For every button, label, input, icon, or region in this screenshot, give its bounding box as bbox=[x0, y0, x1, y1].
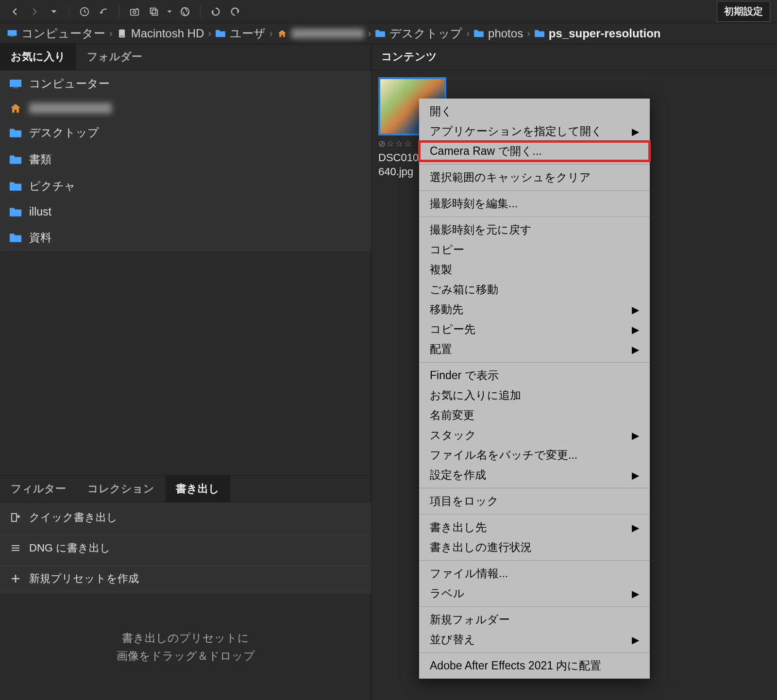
menu-item[interactable]: ごみ箱に移動 bbox=[419, 280, 650, 300]
menu-item[interactable]: 開く bbox=[419, 101, 650, 121]
svg-rect-7 bbox=[152, 10, 157, 15]
tab-export[interactable]: 書き出し bbox=[165, 476, 230, 502]
sidebar-item[interactable]: ピクチャ bbox=[0, 173, 371, 200]
chevron-right-icon: ▶ bbox=[632, 430, 639, 441]
dng-export-item[interactable]: DNG に書き出し bbox=[0, 533, 371, 564]
menu-item[interactable]: 配置▶ bbox=[419, 339, 650, 359]
menu-item-label: 配置 bbox=[430, 342, 452, 357]
sidebar-item[interactable]: 書類 bbox=[0, 146, 371, 173]
breadcrumb-item[interactable]: Macintosh HD bbox=[117, 27, 204, 40]
reset-button[interactable]: 初期設定 bbox=[717, 1, 770, 22]
menu-item[interactable]: 選択範囲のキャッシュをクリア bbox=[419, 167, 650, 187]
quick-export-label: クイック書き出し bbox=[29, 510, 118, 525]
menu-item[interactable]: 書き出し先▶ bbox=[419, 517, 650, 537]
forward-button[interactable] bbox=[26, 3, 43, 20]
blurred-text bbox=[291, 29, 364, 38]
menu-item-label: Camera Raw で開く... bbox=[430, 144, 542, 159]
menu-item[interactable]: 名前変更 bbox=[419, 405, 650, 425]
breadcrumb-item[interactable]: photos bbox=[473, 27, 523, 40]
sidebar-item[interactable]: コンピューター bbox=[0, 70, 371, 97]
tab-filter[interactable]: フィルター bbox=[0, 476, 77, 502]
camera-plus-icon[interactable] bbox=[126, 3, 143, 20]
undo-icon[interactable] bbox=[207, 3, 224, 20]
context-menu: 開くアプリケーションを指定して開く▶Camera Raw で開く...選択範囲の… bbox=[419, 99, 650, 679]
menu-group: 項目をロック bbox=[419, 488, 650, 515]
menu-item-label: 撮影時刻を元に戻す bbox=[430, 222, 532, 237]
chevron-right-icon: › bbox=[208, 28, 211, 39]
menu-item[interactable]: スタック▶ bbox=[419, 425, 650, 445]
chevron-right-icon: › bbox=[368, 28, 372, 39]
menu-item-label: 書き出し先 bbox=[430, 520, 487, 535]
menu-item[interactable]: 書き出しの進行状況 bbox=[419, 537, 650, 557]
menu-item[interactable]: 撮影時刻を元に戻す bbox=[419, 220, 650, 240]
menu-item[interactable]: 撮影時刻を編集... bbox=[419, 194, 650, 214]
menu-group: 撮影時刻を編集... bbox=[419, 191, 650, 217]
history-icon[interactable] bbox=[76, 3, 93, 20]
new-preset-item[interactable]: 新規プリセットを作成 bbox=[0, 564, 371, 594]
sidebar-item-label: コンピューター bbox=[29, 76, 110, 91]
menu-item[interactable]: Finder で表示 bbox=[419, 366, 650, 385]
menu-item[interactable]: ラベル▶ bbox=[419, 583, 650, 603]
aperture-icon[interactable] bbox=[177, 3, 193, 20]
menu-item[interactable]: Camera Raw で開く... bbox=[419, 141, 650, 161]
menu-item-label: 並び替え bbox=[430, 632, 475, 647]
breadcrumb-item[interactable]: デスクトップ bbox=[375, 26, 462, 41]
home-icon bbox=[9, 103, 22, 114]
menu-item[interactable]: 移動先▶ bbox=[419, 300, 650, 319]
home-icon bbox=[277, 29, 287, 38]
menu-group: 選択範囲のキャッシュをクリア bbox=[419, 165, 650, 191]
quick-export-item[interactable]: クイック書き出し bbox=[0, 502, 371, 533]
export-placeholder: 書き出しのプリセットに 画像をドラッグ＆ドロップ bbox=[0, 594, 371, 700]
menu-item[interactable]: お気に入りに追加 bbox=[419, 385, 650, 405]
sidebar-item[interactable]: デスクトップ bbox=[0, 119, 371, 146]
sidebar-item[interactable] bbox=[0, 97, 371, 119]
menu-item[interactable]: 複製 bbox=[419, 260, 650, 280]
tab-collection[interactable]: コレクション bbox=[77, 476, 165, 502]
menu-item-label: コピー bbox=[430, 242, 464, 257]
menu-item[interactable]: ファイル名をバッチで変更... bbox=[419, 445, 650, 465]
reject-icon[interactable]: ⊘ bbox=[378, 138, 386, 149]
menu-item[interactable]: Adobe After Effects 2021 内に配置 bbox=[419, 656, 650, 676]
menu-item[interactable]: アプリケーションを指定して開く▶ bbox=[419, 121, 650, 141]
menu-item-label: ごみ箱に移動 bbox=[430, 282, 498, 297]
folder-icon bbox=[9, 154, 22, 165]
menu-item[interactable]: 設定を作成▶ bbox=[419, 465, 650, 485]
back-button[interactable] bbox=[7, 3, 23, 20]
menu-item-label: 設定を作成 bbox=[430, 467, 486, 483]
menu-item-label: 移動先 bbox=[430, 302, 463, 317]
computer-icon bbox=[9, 79, 22, 89]
svg-rect-6 bbox=[151, 8, 156, 13]
menu-item-label: コピー先 bbox=[430, 322, 475, 337]
menu-item[interactable]: 新規フォルダー bbox=[419, 610, 650, 630]
dropdown-icon-2[interactable] bbox=[165, 3, 174, 20]
menu-item-label: 項目をロック bbox=[430, 494, 499, 509]
menu-item[interactable]: 並び替え▶ bbox=[419, 630, 650, 650]
menu-group: 開くアプリケーションを指定して開く▶Camera Raw で開く... bbox=[419, 99, 650, 165]
chevron-right-icon: › bbox=[527, 28, 530, 39]
menu-item[interactable]: 項目をロック bbox=[419, 491, 650, 511]
menu-item-label: スタック bbox=[430, 428, 476, 443]
tab-folders[interactable]: フォルダー bbox=[76, 44, 153, 70]
menu-item-label: 新規フォルダー bbox=[430, 612, 510, 627]
menu-item[interactable]: ファイル情報... bbox=[419, 564, 650, 583]
breadcrumb-item[interactable]: コンピューター bbox=[7, 26, 105, 41]
folder-icon bbox=[375, 29, 386, 38]
menu-item[interactable]: コピー bbox=[419, 240, 650, 260]
dropdown-icon[interactable] bbox=[46, 3, 62, 20]
breadcrumb-label: ユーザ bbox=[230, 26, 266, 41]
copy-icon[interactable] bbox=[146, 3, 162, 20]
breadcrumb: コンピューター›Macintosh HD›ユーザ››デスクトップ›photos›… bbox=[0, 23, 777, 44]
breadcrumb-item[interactable]: ps_super-resolution bbox=[534, 27, 661, 40]
boomerang-icon[interactable] bbox=[96, 3, 112, 20]
redo-icon[interactable] bbox=[227, 3, 243, 20]
chevron-right-icon: › bbox=[109, 28, 113, 39]
menu-item-label: 複製 bbox=[430, 262, 452, 277]
tab-favorites[interactable]: お気に入り bbox=[0, 44, 76, 70]
breadcrumb-item[interactable]: ユーザ bbox=[215, 26, 266, 41]
folder-icon bbox=[9, 233, 22, 243]
breadcrumb-item[interactable] bbox=[277, 29, 364, 38]
menu-item[interactable]: コピー先▶ bbox=[419, 319, 650, 339]
sidebar-item[interactable]: 資料 bbox=[0, 224, 371, 251]
menu-item-label: ファイル名をバッチで変更... bbox=[430, 448, 577, 463]
sidebar-item[interactable]: illust bbox=[0, 200, 371, 224]
